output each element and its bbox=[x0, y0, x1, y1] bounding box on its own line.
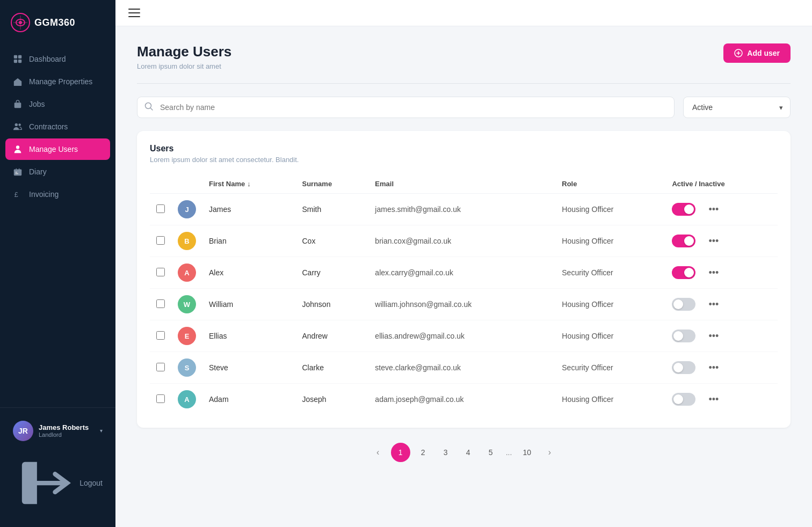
sidebar-bottom: JR James Roberts Landlord ▾ Logout bbox=[0, 407, 115, 527]
row-surname: Smith bbox=[295, 194, 368, 225]
row-avatar: J bbox=[178, 200, 196, 218]
row-active-cell: ••• bbox=[665, 257, 778, 289]
th-firstname: First Name ↓ bbox=[202, 174, 295, 194]
add-user-button[interactable]: Add user bbox=[723, 43, 791, 63]
row-firstname: Brian bbox=[202, 225, 295, 257]
row-avatar: A bbox=[178, 390, 196, 408]
row-actions-button[interactable]: ••• bbox=[704, 234, 723, 248]
row-checkbox-cell bbox=[150, 320, 171, 352]
row-firstname: Steve bbox=[202, 352, 295, 384]
svg-point-7 bbox=[15, 123, 18, 126]
pagination-page-3[interactable]: 3 bbox=[436, 443, 455, 462]
row-actions-button[interactable]: ••• bbox=[704, 361, 723, 375]
row-checkbox-cell bbox=[150, 384, 171, 415]
row-checkbox[interactable] bbox=[156, 331, 165, 340]
manage-properties-icon bbox=[13, 77, 23, 86]
pagination-prev[interactable]: ‹ bbox=[368, 443, 388, 462]
page-content: Manage Users Lorem ipsum dolor sit amet … bbox=[115, 26, 812, 527]
row-actions-button[interactable]: ••• bbox=[704, 329, 723, 343]
pagination-page-1[interactable]: 1 bbox=[391, 443, 410, 462]
row-toggle[interactable] bbox=[672, 203, 695, 216]
sort-icon[interactable]: ↓ bbox=[247, 180, 251, 188]
row-avatar-cell: A bbox=[171, 384, 202, 415]
table-header: First Name ↓ Surname Email Role Active /… bbox=[150, 174, 778, 194]
logout-button[interactable]: Logout bbox=[5, 448, 110, 518]
sidebar-item-manage-properties[interactable]: Manage Properties bbox=[5, 71, 110, 92]
pagination-page-10[interactable]: 10 bbox=[517, 443, 536, 462]
row-actions-button[interactable]: ••• bbox=[704, 297, 723, 311]
hamburger-button[interactable] bbox=[128, 9, 140, 17]
row-toggle[interactable] bbox=[672, 266, 695, 279]
status-select[interactable]: Active Inactive All bbox=[683, 97, 791, 118]
pagination-page-2[interactable]: 2 bbox=[414, 443, 433, 462]
svg-rect-6 bbox=[15, 103, 21, 108]
sidebar-item-jobs-label: Jobs bbox=[29, 100, 45, 108]
sidebar-item-diary[interactable]: Diary bbox=[5, 161, 110, 182]
row-avatar: E bbox=[178, 327, 196, 345]
row-toggle[interactable] bbox=[672, 330, 695, 342]
row-actions-button[interactable]: ••• bbox=[704, 392, 723, 406]
row-toggle[interactable] bbox=[672, 298, 695, 311]
jobs-icon bbox=[13, 99, 23, 109]
search-wrapper bbox=[137, 97, 675, 118]
row-checkbox-cell bbox=[150, 289, 171, 320]
sidebar-item-diary-label: Diary bbox=[29, 167, 47, 176]
top-bar bbox=[115, 0, 812, 26]
chevron-down-icon: ▾ bbox=[100, 428, 103, 434]
logout-icon bbox=[13, 453, 73, 513]
pagination-page-5[interactable]: 5 bbox=[481, 443, 501, 462]
row-surname: Andrew bbox=[295, 320, 368, 352]
svg-rect-2 bbox=[14, 55, 17, 58]
pagination-next[interactable]: › bbox=[540, 443, 559, 462]
sidebar-item-invoicing[interactable]: £ Invoicing bbox=[5, 184, 110, 205]
row-actions-button[interactable]: ••• bbox=[704, 266, 723, 280]
user-profile[interactable]: JR James Roberts Landlord ▾ bbox=[5, 416, 110, 445]
row-toggle[interactable] bbox=[672, 361, 695, 374]
th-avatar bbox=[171, 174, 202, 194]
row-toggle[interactable] bbox=[672, 393, 695, 406]
th-email: Email bbox=[368, 174, 555, 194]
sidebar-item-contractors[interactable]: Contractors bbox=[5, 116, 110, 137]
table-row: S Steve Clarke steve.clarke@gmail.co.uk … bbox=[150, 352, 778, 384]
row-checkbox[interactable] bbox=[156, 204, 165, 213]
sidebar-item-dashboard[interactable]: Dashboard bbox=[5, 48, 110, 70]
sidebar-item-jobs[interactable]: Jobs bbox=[5, 93, 110, 115]
row-checkbox[interactable] bbox=[156, 394, 165, 403]
row-surname: Carry bbox=[295, 257, 368, 289]
sidebar-item-dashboard-label: Dashboard bbox=[29, 55, 66, 63]
sidebar-item-contractors-label: Contractors bbox=[29, 122, 68, 131]
table-row: W William Johnson william.johnson@gmail.… bbox=[150, 289, 778, 320]
row-toggle-wrapper: ••• bbox=[672, 266, 771, 280]
users-table-card: Users Lorem ipsum dolor sit amet consect… bbox=[137, 131, 791, 428]
row-avatar-cell: S bbox=[171, 352, 202, 384]
row-checkbox[interactable] bbox=[156, 236, 165, 245]
th-active: Active / Inactive bbox=[665, 174, 778, 194]
pagination-page-4[interactable]: 4 bbox=[459, 443, 478, 462]
sidebar-item-manage-users[interactable]: Manage Users bbox=[5, 138, 110, 160]
contractors-icon bbox=[13, 122, 23, 131]
row-toggle-wrapper: ••• bbox=[672, 202, 771, 216]
status-filter: Active Inactive All ▾ bbox=[683, 97, 791, 118]
row-actions-button[interactable]: ••• bbox=[704, 202, 723, 216]
pagination: ‹ 1 2 3 4 5 ... 10 › bbox=[137, 443, 791, 462]
row-checkbox-cell bbox=[150, 225, 171, 257]
row-checkbox[interactable] bbox=[156, 299, 165, 308]
row-avatar-cell: W bbox=[171, 289, 202, 320]
th-role: Role bbox=[555, 174, 665, 194]
header-divider bbox=[137, 83, 791, 84]
search-input[interactable] bbox=[137, 97, 675, 118]
row-email: alex.carry@gmail.co.uk bbox=[368, 257, 555, 289]
table-row: E Ellias Andrew ellias.andrew@gmail.co.u… bbox=[150, 320, 778, 352]
row-email: william.johnson@gmail.co.uk bbox=[368, 289, 555, 320]
user-info: James Roberts Landlord bbox=[39, 423, 95, 438]
row-toggle[interactable] bbox=[672, 235, 695, 247]
row-active-cell: ••• bbox=[665, 225, 778, 257]
sidebar-nav: Dashboard Manage Properties Jobs bbox=[0, 48, 115, 407]
row-checkbox-cell bbox=[150, 257, 171, 289]
row-checkbox[interactable] bbox=[156, 363, 165, 371]
invoicing-icon: £ bbox=[13, 189, 23, 199]
row-avatar-cell: J bbox=[171, 194, 202, 225]
users-table: First Name ↓ Surname Email Role Active /… bbox=[150, 174, 778, 415]
row-checkbox[interactable] bbox=[156, 268, 165, 276]
table-row: B Brian Cox brian.cox@gmail.co.uk Housin… bbox=[150, 225, 778, 257]
